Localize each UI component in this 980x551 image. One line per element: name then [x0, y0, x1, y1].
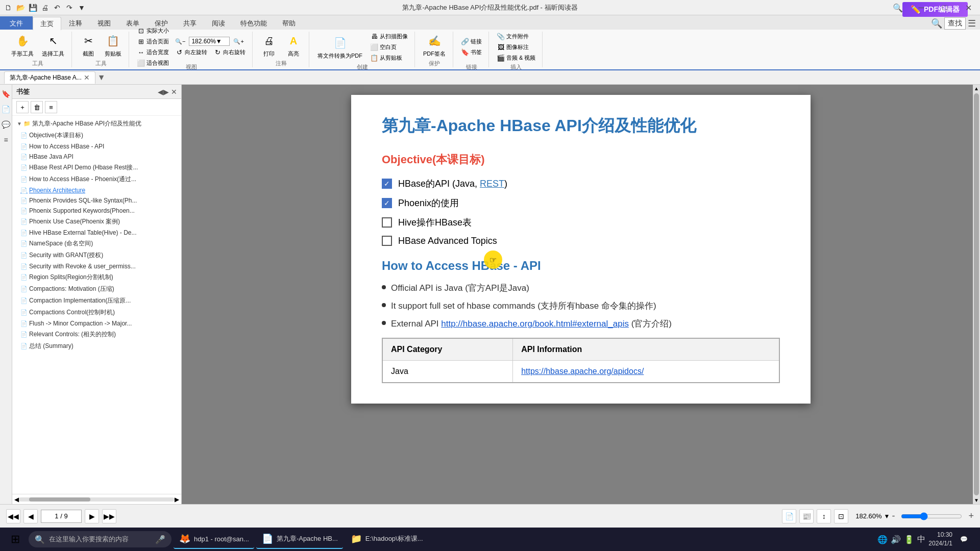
page-input[interactable] [41, 510, 82, 523]
zoom-minus-btn[interactable]: - [892, 511, 895, 521]
start-button[interactable]: ⊞ [4, 530, 27, 548]
taskbar-search[interactable]: 🔍 在这里输入你要搜索的内容 🎤 [29, 531, 172, 547]
ribbon-options-btn[interactable]: 查找 [944, 17, 966, 30]
toc-item-8[interactable]: 📄 Phoenix Use Case(Phoenix 案例) [12, 216, 181, 228]
qa-redo-btn[interactable]: ↷ [63, 2, 76, 14]
ribbon-expand-btn[interactable]: ☰ [968, 18, 976, 29]
zoom-slider[interactable] [901, 512, 962, 520]
zoom-dropdown-btn[interactable]: ▼ [884, 513, 890, 520]
input-method-icon[interactable]: 中 [917, 534, 925, 545]
to-pdf-btn[interactable]: 📄 将文件转换为PDF [314, 34, 365, 61]
paste-clip-btn[interactable]: 📋 从剪贴板 [368, 53, 410, 63]
rotate-right-btn[interactable]: ↻ 向右旋转 [211, 47, 248, 57]
qa-open-btn[interactable]: 📂 [14, 2, 27, 14]
fit-page-btn[interactable]: ⊞ 适合页面 [134, 37, 172, 47]
actual-size-btn[interactable]: ⊡ 实际大小 [134, 26, 172, 36]
sidebar-collapse-btn[interactable]: ✕ [171, 88, 177, 96]
scan-btn[interactable]: 🖷 从扫描图像 [368, 31, 410, 41]
toc-item-16[interactable]: 📄 Compactions Control(控制时机) [12, 307, 181, 318]
checkbox-2[interactable] [382, 217, 392, 228]
sidebar-scroll-right-btn[interactable]: ▶ [175, 496, 179, 503]
toc-item-9[interactable]: 📄 Hive HBase External Table(Hive) - De..… [12, 228, 181, 238]
select-tool-btn[interactable]: ↖ 选择工具 [39, 32, 67, 59]
ribbon-search-btn[interactable]: 🔍 [931, 18, 942, 29]
volume-icon[interactable]: 🔊 [891, 535, 901, 544]
qa-save-btn[interactable]: 💾 [27, 2, 39, 14]
notification-btn[interactable]: 💬 [955, 531, 972, 547]
taskbar-app-firefox[interactable]: 🦊 hdp1 - root@san... [174, 530, 254, 549]
battery-icon[interactable]: 🔋 [904, 535, 914, 544]
qa-new-btn[interactable]: 🗋 [2, 2, 14, 14]
link-btn[interactable]: 🔗 链接 [458, 37, 484, 47]
annotation-panel-icon[interactable]: 💬 [1, 119, 11, 130]
tab-chevron-btn[interactable]: ▼ [97, 73, 106, 82]
sidebar-options-btn[interactable]: ≡ [45, 101, 57, 113]
external-api-link[interactable]: http://hbase.apache.org/book.html#extern… [441, 319, 629, 329]
pdf-tab-active[interactable]: 第九章-Apache HBase A... ✕ [4, 71, 95, 84]
rotate-left-btn[interactable]: ↺ 向左旋转 [173, 47, 210, 57]
qa-more-btn[interactable]: ▼ [76, 2, 88, 14]
toc-item-17[interactable]: 📄 Flush -> Minor Compaction -> Major... [12, 318, 181, 329]
qa-print-btn[interactable]: 🖨 [39, 2, 51, 14]
checkbox-3[interactable] [382, 236, 392, 246]
toc-item-4[interactable]: 📄 How to Access HBase - Phoenix(通过... [12, 173, 181, 185]
sidebar-expand-all-btn[interactable]: ◀▶ [158, 88, 169, 96]
toc-item-13[interactable]: 📄 Region Splits(Region分割机制) [12, 271, 181, 283]
toc-item-7[interactable]: 📄 Phoenix Supported Keywords(Phoen... [12, 206, 181, 216]
pdf-vscroll[interactable]: ▲ ▼ [973, 85, 980, 504]
last-page-btn[interactable]: ▶▶ [102, 509, 116, 523]
prev-page-btn[interactable]: ◀ [23, 509, 38, 523]
zoom-input[interactable]: 182.60% ▼ [189, 37, 230, 46]
toc-item-19[interactable]: 📄 总结 (Summary) [12, 340, 181, 352]
layer-panel-icon[interactable]: ≡ [1, 135, 11, 145]
single-page-btn[interactable]: 📄 [782, 509, 796, 523]
network-icon[interactable]: 🌐 [877, 535, 888, 544]
search-btn[interactable]: 🔍 [886, 0, 910, 15]
scroll-btn[interactable]: ↕ [817, 509, 831, 523]
hand-tool-btn[interactable]: ✋ 手形工具 [8, 32, 37, 59]
zoom-in-btn[interactable]: 🔍+ [231, 37, 246, 46]
print-btn[interactable]: 🖨 打印 [258, 32, 280, 59]
sidebar-scroll[interactable]: ◀ ▶ [12, 494, 181, 504]
tab-file[interactable]: 文件 [0, 16, 33, 30]
tab-feature[interactable]: 特色功能 [233, 16, 275, 30]
zoom-plus-btn[interactable]: + [968, 511, 974, 521]
tab-close-btn[interactable]: ✕ [84, 73, 90, 82]
sidebar-new-bookmark-btn[interactable]: + [16, 101, 29, 113]
minimize-btn[interactable]: ─ [910, 0, 933, 15]
sidebar-scroll-bar[interactable] [19, 497, 175, 502]
checkbox-0[interactable]: ✓ [382, 179, 392, 189]
maximize-btn[interactable]: □ [933, 0, 957, 15]
pdf-scroll-up-btn[interactable]: ▲ [973, 85, 980, 92]
first-page-btn[interactable]: ◀◀ [6, 509, 20, 523]
toc-item-11[interactable]: 📄 Security with GRANT(授权) [12, 249, 181, 261]
tab-home[interactable]: 主页 [33, 17, 61, 30]
page-panel-icon[interactable]: 📄 [1, 104, 11, 114]
pdf-scroll-down-btn[interactable]: ▼ [973, 496, 980, 504]
tab-read[interactable]: 阅读 [204, 16, 233, 30]
bookmark-btn[interactable]: 🔖 书签 [458, 47, 484, 58]
toc-item-14[interactable]: 📄 Compactions: Motivation (压缩) [12, 283, 181, 295]
toc-item-3[interactable]: 📄 HBase Rest API Demo (Hbase Rest接... [12, 162, 181, 173]
tab-share[interactable]: 共享 [176, 16, 204, 30]
toc-item-18[interactable]: 📄 Relevant Controls: (相关的控制) [12, 329, 181, 340]
toc-item-0[interactable]: 📄 Objective(本课目标) [12, 130, 181, 141]
screenshot-btn[interactable]: ✂ 截图 [77, 32, 100, 59]
pdf-sign-btn[interactable]: ✍ PDF签名 [420, 32, 449, 59]
tab-view[interactable]: 视图 [90, 16, 118, 30]
toc-item-6[interactable]: 📄 Phoenix Provides SQL-like Syntax(Ph... [12, 195, 181, 206]
zoom-out-btn[interactable]: 🔍− [173, 37, 188, 46]
fit-btn[interactable]: ⊡ [834, 509, 848, 523]
java-api-link[interactable]: https://hbase.apache.org/apidocs/ [521, 367, 644, 375]
checkbox-1[interactable]: ✓ [382, 198, 392, 208]
toc-item-phoenix-arch[interactable]: 📄 Phoenix Architecture [12, 185, 181, 195]
audio-video-btn[interactable]: 🎬 音频 & 视频 [494, 53, 538, 63]
toc-item-1[interactable]: 📄 How to Access HBase - API [12, 141, 181, 152]
sidebar-scroll-left-btn[interactable]: ◀ [14, 496, 19, 503]
attach-file-btn[interactable]: 📎 文件附件 [494, 31, 538, 41]
clipboard-btn[interactable]: 📋 剪贴板 [102, 32, 125, 59]
fit-width-btn[interactable]: ↔ 适合宽度 [134, 47, 172, 58]
img-mark-btn[interactable]: 🖼 图像标注 [494, 42, 538, 52]
blank-btn[interactable]: ⬜ 空白页 [368, 42, 410, 52]
taskbar-app-pdf[interactable]: 📄 第九章-Apache HB... [256, 530, 343, 549]
